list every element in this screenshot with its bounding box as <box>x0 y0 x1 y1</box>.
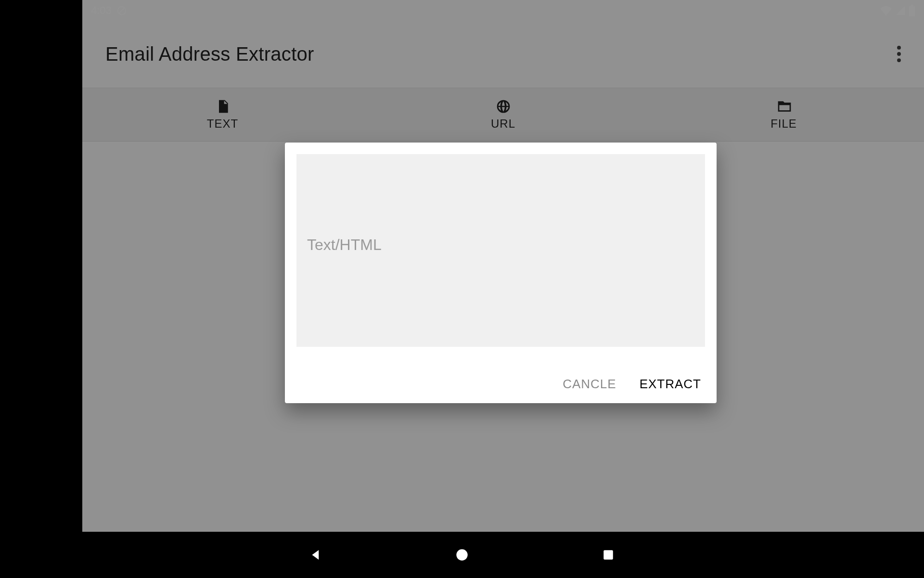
extract-button[interactable]: EXTRACT <box>638 374 703 394</box>
nav-back-button[interactable] <box>305 544 326 565</box>
dialog-actions: CANCLE EXTRACT <box>296 349 705 394</box>
recent-square-icon <box>602 549 615 561</box>
cancel-button[interactable]: CANCLE <box>561 374 618 394</box>
text-input-dialog: CANCLE EXTRACT <box>285 143 717 403</box>
nav-recent-button[interactable] <box>598 544 619 565</box>
home-circle-icon <box>455 548 469 562</box>
app-screen: 4:03 Email Addres <box>82 0 924 578</box>
svg-rect-8 <box>603 550 613 560</box>
device-frame: 4:03 Email Addres <box>0 0 924 578</box>
back-triangle-icon <box>308 548 323 562</box>
nav-home-button[interactable] <box>451 544 473 565</box>
system-nav-bar <box>0 532 924 578</box>
svg-point-7 <box>456 549 467 560</box>
letterbox-left <box>0 0 82 578</box>
text-html-input[interactable] <box>296 154 705 347</box>
